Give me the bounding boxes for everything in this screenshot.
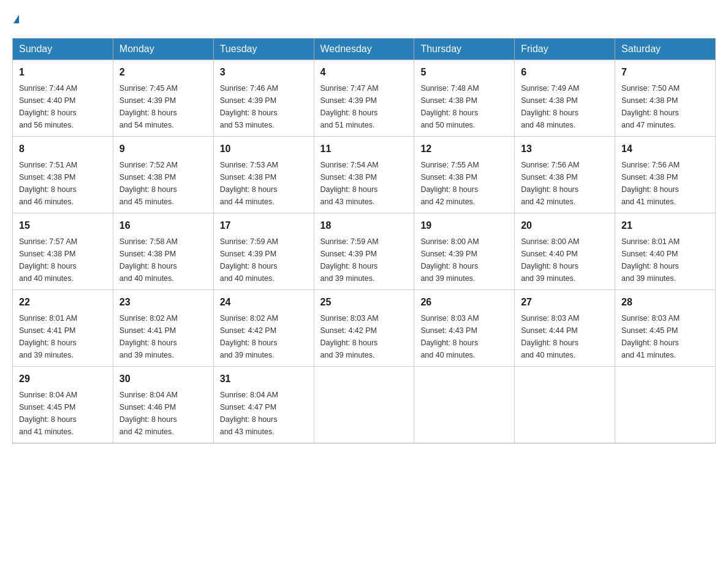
calendar-header-row: SundayMondayTuesdayWednesdayThursdayFrid… <box>13 39 716 60</box>
calendar-cell: 7Sunrise: 7:50 AMSunset: 4:38 PMDaylight… <box>615 60 716 137</box>
calendar-week-5: 29Sunrise: 8:04 AMSunset: 4:45 PMDayligh… <box>13 367 716 443</box>
calendar-cell <box>615 367 716 443</box>
day-info: Sunrise: 7:59 AMSunset: 4:39 PMDaylight:… <box>220 236 308 285</box>
day-number: 4 <box>320 65 408 80</box>
day-number: 18 <box>320 218 408 233</box>
day-number: 17 <box>220 218 308 233</box>
logo-triangle-icon <box>13 15 19 23</box>
day-number: 7 <box>621 65 709 80</box>
calendar-cell: 19Sunrise: 8:00 AMSunset: 4:39 PMDayligh… <box>414 213 515 290</box>
calendar-table: SundayMondayTuesdayWednesdayThursdayFrid… <box>12 38 716 443</box>
column-header-monday: Monday <box>113 39 213 60</box>
calendar-cell: 15Sunrise: 7:57 AMSunset: 4:38 PMDayligh… <box>13 213 113 290</box>
day-number: 11 <box>320 142 408 156</box>
day-info: Sunrise: 7:45 AMSunset: 4:39 PMDaylight:… <box>119 82 207 131</box>
calendar-cell: 31Sunrise: 8:04 AMSunset: 4:47 PMDayligh… <box>213 367 314 443</box>
column-header-friday: Friday <box>515 39 615 60</box>
calendar-cell <box>314 367 414 443</box>
day-info: Sunrise: 8:03 AMSunset: 4:44 PMDaylight:… <box>521 312 609 361</box>
day-number: 30 <box>119 372 207 386</box>
day-number: 28 <box>621 295 709 310</box>
calendar-cell: 20Sunrise: 8:00 AMSunset: 4:40 PMDayligh… <box>515 213 615 290</box>
day-info: Sunrise: 8:00 AMSunset: 4:39 PMDaylight:… <box>420 236 508 285</box>
calendar-cell: 1Sunrise: 7:44 AMSunset: 4:40 PMDaylight… <box>13 60 113 137</box>
day-number: 1 <box>19 65 107 80</box>
day-info: Sunrise: 7:50 AMSunset: 4:38 PMDaylight:… <box>621 82 709 131</box>
column-header-thursday: Thursday <box>414 39 515 60</box>
calendar-week-1: 1Sunrise: 7:44 AMSunset: 4:40 PMDaylight… <box>13 60 716 137</box>
calendar-cell: 26Sunrise: 8:03 AMSunset: 4:43 PMDayligh… <box>414 290 515 367</box>
day-number: 12 <box>420 142 508 156</box>
column-header-wednesday: Wednesday <box>314 39 414 60</box>
day-number: 25 <box>320 295 408 310</box>
day-info: Sunrise: 7:56 AMSunset: 4:38 PMDaylight:… <box>521 159 609 208</box>
day-number: 9 <box>119 142 207 156</box>
day-info: Sunrise: 8:02 AMSunset: 4:41 PMDaylight:… <box>119 312 207 361</box>
day-info: Sunrise: 7:58 AMSunset: 4:38 PMDaylight:… <box>119 236 207 285</box>
calendar-cell <box>515 367 615 443</box>
day-number: 23 <box>119 295 207 310</box>
calendar-cell: 10Sunrise: 7:53 AMSunset: 4:38 PMDayligh… <box>213 137 314 213</box>
page-header <box>12 12 716 26</box>
day-info: Sunrise: 8:04 AMSunset: 4:45 PMDaylight:… <box>19 389 107 438</box>
day-info: Sunrise: 7:52 AMSunset: 4:38 PMDaylight:… <box>119 159 207 208</box>
calendar-cell: 16Sunrise: 7:58 AMSunset: 4:38 PMDayligh… <box>113 213 213 290</box>
calendar-cell: 9Sunrise: 7:52 AMSunset: 4:38 PMDaylight… <box>113 137 213 213</box>
calendar-cell: 13Sunrise: 7:56 AMSunset: 4:38 PMDayligh… <box>515 137 615 213</box>
day-number: 15 <box>19 218 107 233</box>
day-number: 19 <box>420 218 508 233</box>
calendar-cell: 29Sunrise: 8:04 AMSunset: 4:45 PMDayligh… <box>13 367 113 443</box>
day-info: Sunrise: 7:44 AMSunset: 4:40 PMDaylight:… <box>19 82 107 131</box>
day-number: 31 <box>220 372 308 386</box>
day-info: Sunrise: 7:53 AMSunset: 4:38 PMDaylight:… <box>220 159 308 208</box>
day-info: Sunrise: 8:00 AMSunset: 4:40 PMDaylight:… <box>521 236 609 285</box>
calendar-week-4: 22Sunrise: 8:01 AMSunset: 4:41 PMDayligh… <box>13 290 716 367</box>
day-number: 10 <box>220 142 308 156</box>
column-header-sunday: Sunday <box>13 39 113 60</box>
logo <box>12 12 19 26</box>
calendar-cell: 30Sunrise: 8:04 AMSunset: 4:46 PMDayligh… <box>113 367 213 443</box>
calendar-cell: 28Sunrise: 8:03 AMSunset: 4:45 PMDayligh… <box>615 290 716 367</box>
day-number: 16 <box>119 218 207 233</box>
day-info: Sunrise: 7:54 AMSunset: 4:38 PMDaylight:… <box>320 159 408 208</box>
day-number: 14 <box>621 142 709 156</box>
day-number: 21 <box>621 218 709 233</box>
logo-top-line <box>12 12 19 26</box>
day-info: Sunrise: 7:57 AMSunset: 4:38 PMDaylight:… <box>19 236 107 285</box>
day-info: Sunrise: 8:02 AMSunset: 4:42 PMDaylight:… <box>220 312 308 361</box>
calendar-cell: 18Sunrise: 7:59 AMSunset: 4:39 PMDayligh… <box>314 213 414 290</box>
calendar-cell: 27Sunrise: 8:03 AMSunset: 4:44 PMDayligh… <box>515 290 615 367</box>
day-number: 24 <box>220 295 308 310</box>
calendar-cell: 3Sunrise: 7:46 AMSunset: 4:39 PMDaylight… <box>213 60 314 137</box>
calendar-cell: 2Sunrise: 7:45 AMSunset: 4:39 PMDaylight… <box>113 60 213 137</box>
day-info: Sunrise: 8:01 AMSunset: 4:40 PMDaylight:… <box>621 236 709 285</box>
day-info: Sunrise: 8:01 AMSunset: 4:41 PMDaylight:… <box>19 312 107 361</box>
day-number: 2 <box>119 65 207 80</box>
calendar-cell: 6Sunrise: 7:49 AMSunset: 4:38 PMDaylight… <box>515 60 615 137</box>
calendar-cell: 22Sunrise: 8:01 AMSunset: 4:41 PMDayligh… <box>13 290 113 367</box>
day-number: 6 <box>521 65 609 80</box>
day-info: Sunrise: 8:04 AMSunset: 4:47 PMDaylight:… <box>220 389 308 438</box>
day-number: 20 <box>521 218 609 233</box>
day-number: 3 <box>220 65 308 80</box>
calendar-cell: 23Sunrise: 8:02 AMSunset: 4:41 PMDayligh… <box>113 290 213 367</box>
day-info: Sunrise: 7:49 AMSunset: 4:38 PMDaylight:… <box>521 82 609 131</box>
calendar-cell: 11Sunrise: 7:54 AMSunset: 4:38 PMDayligh… <box>314 137 414 213</box>
calendar-week-3: 15Sunrise: 7:57 AMSunset: 4:38 PMDayligh… <box>13 213 716 290</box>
calendar-cell: 5Sunrise: 7:48 AMSunset: 4:38 PMDaylight… <box>414 60 515 137</box>
day-info: Sunrise: 7:47 AMSunset: 4:39 PMDaylight:… <box>320 82 408 131</box>
day-info: Sunrise: 8:03 AMSunset: 4:43 PMDaylight:… <box>420 312 508 361</box>
day-info: Sunrise: 7:51 AMSunset: 4:38 PMDaylight:… <box>19 159 107 208</box>
day-number: 8 <box>19 142 107 156</box>
column-header-tuesday: Tuesday <box>213 39 314 60</box>
day-number: 26 <box>420 295 508 310</box>
day-info: Sunrise: 8:04 AMSunset: 4:46 PMDaylight:… <box>119 389 207 438</box>
day-info: Sunrise: 7:55 AMSunset: 4:38 PMDaylight:… <box>420 159 508 208</box>
calendar-cell: 4Sunrise: 7:47 AMSunset: 4:39 PMDaylight… <box>314 60 414 137</box>
calendar-week-2: 8Sunrise: 7:51 AMSunset: 4:38 PMDaylight… <box>13 137 716 213</box>
day-info: Sunrise: 8:03 AMSunset: 4:45 PMDaylight:… <box>621 312 709 361</box>
day-number: 29 <box>19 372 107 386</box>
calendar-cell: 21Sunrise: 8:01 AMSunset: 4:40 PMDayligh… <box>615 213 716 290</box>
day-info: Sunrise: 7:48 AMSunset: 4:38 PMDaylight:… <box>420 82 508 131</box>
column-header-saturday: Saturday <box>615 39 716 60</box>
